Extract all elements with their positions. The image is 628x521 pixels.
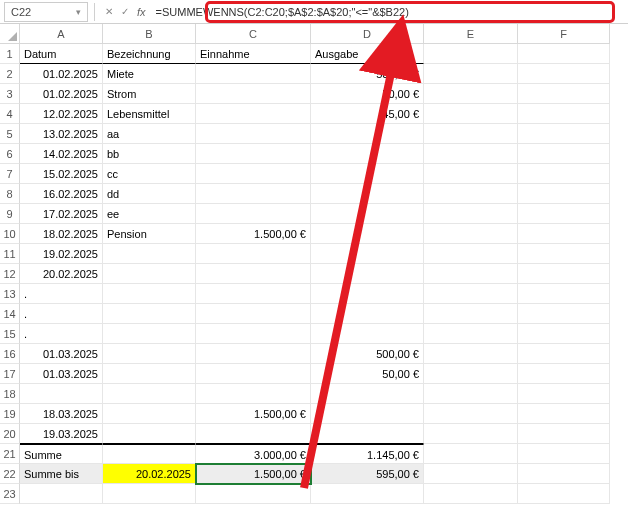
cell[interactable] <box>311 424 424 444</box>
cell[interactable] <box>518 164 610 184</box>
cell[interactable] <box>311 324 424 344</box>
cell[interactable] <box>311 164 424 184</box>
cell[interactable] <box>196 304 311 324</box>
select-all-corner[interactable] <box>0 24 20 44</box>
cell[interactable] <box>518 264 610 284</box>
row-header-15[interactable]: 15 <box>0 324 20 344</box>
cell[interactable] <box>20 384 103 404</box>
column-header-B[interactable]: B <box>103 24 196 44</box>
cell[interactable] <box>196 104 311 124</box>
cell[interactable]: 19.02.2025 <box>20 244 103 264</box>
cell[interactable] <box>103 444 196 464</box>
row-header-3[interactable]: 3 <box>0 84 20 104</box>
cell[interactable]: 20.02.2025 <box>20 264 103 284</box>
cell[interactable] <box>103 384 196 404</box>
cell[interactable] <box>311 404 424 424</box>
cell[interactable] <box>196 364 311 384</box>
column-header-C[interactable]: C <box>196 24 311 44</box>
cell[interactable]: Lebensmittel <box>103 104 196 124</box>
row-header-12[interactable]: 12 <box>0 264 20 284</box>
row-header-1[interactable]: 1 <box>0 44 20 64</box>
cell[interactable] <box>424 144 518 164</box>
cell[interactable]: 01.02.2025 <box>20 64 103 84</box>
cell[interactable] <box>518 64 610 84</box>
cell[interactable] <box>424 444 518 464</box>
cell[interactable] <box>424 164 518 184</box>
cell[interactable]: 01.03.2025 <box>20 344 103 364</box>
row-header-16[interactable]: 16 <box>0 344 20 364</box>
cell[interactable] <box>103 244 196 264</box>
row-header-21[interactable]: 21 <box>0 444 20 464</box>
cell[interactable] <box>311 244 424 264</box>
summe-c[interactable]: 3.000,00 € <box>196 444 311 464</box>
cell[interactable] <box>196 324 311 344</box>
cell[interactable] <box>196 164 311 184</box>
summebis-label[interactable]: Summe bis <box>20 464 103 484</box>
cell[interactable] <box>424 324 518 344</box>
row-header-17[interactable]: 17 <box>0 364 20 384</box>
cell[interactable] <box>424 244 518 264</box>
cell[interactable] <box>196 204 311 224</box>
cell[interactable] <box>196 64 311 84</box>
cell[interactable] <box>424 44 518 64</box>
cell[interactable]: dd <box>103 184 196 204</box>
cell[interactable] <box>311 204 424 224</box>
cell[interactable]: 50,00 € <box>311 364 424 384</box>
cell[interactable] <box>518 324 610 344</box>
row-header-9[interactable]: 9 <box>0 204 20 224</box>
cell[interactable] <box>311 124 424 144</box>
cell[interactable] <box>311 304 424 324</box>
cell[interactable] <box>311 484 424 504</box>
cell[interactable]: 01.02.2025 <box>20 84 103 104</box>
header-cell[interactable]: Bezeichnung <box>103 44 196 64</box>
cell[interactable]: Strom <box>103 84 196 104</box>
cell[interactable] <box>196 344 311 364</box>
row-header-8[interactable]: 8 <box>0 184 20 204</box>
row-header-7[interactable]: 7 <box>0 164 20 184</box>
cell[interactable] <box>518 44 610 64</box>
column-header-E[interactable]: E <box>424 24 518 44</box>
row-header-19[interactable]: 19 <box>0 404 20 424</box>
cell[interactable]: 17.02.2025 <box>20 204 103 224</box>
cell[interactable] <box>518 104 610 124</box>
summebis-date[interactable]: 20.02.2025 <box>103 464 196 484</box>
row-header-10[interactable]: 10 <box>0 224 20 244</box>
summebis-d[interactable]: 595,00 € <box>311 464 424 484</box>
row-header-23[interactable]: 23 <box>0 484 20 504</box>
summe-d[interactable]: 1.145,00 € <box>311 444 424 464</box>
name-box[interactable]: C22 ▾ <box>4 2 88 22</box>
cell[interactable] <box>424 364 518 384</box>
cell[interactable] <box>518 344 610 364</box>
cell[interactable] <box>424 284 518 304</box>
row-header-14[interactable]: 14 <box>0 304 20 324</box>
cell[interactable] <box>311 144 424 164</box>
cell[interactable]: Pension <box>103 224 196 244</box>
cell[interactable] <box>424 264 518 284</box>
cell[interactable]: 15.02.2025 <box>20 164 103 184</box>
confirm-icon[interactable]: ✓ <box>117 3 133 21</box>
cell[interactable]: Miete <box>103 64 196 84</box>
cell[interactable] <box>196 484 311 504</box>
cell[interactable] <box>196 384 311 404</box>
cell[interactable]: 50,00 € <box>311 84 424 104</box>
active-cell-c22[interactable]: 1.500,00 € <box>196 464 311 484</box>
cell[interactable] <box>311 384 424 404</box>
cell[interactable] <box>518 204 610 224</box>
cell[interactable]: bb <box>103 144 196 164</box>
cell[interactable] <box>196 184 311 204</box>
fx-icon[interactable]: fx <box>137 6 146 18</box>
cell[interactable] <box>424 424 518 444</box>
row-header-18[interactable]: 18 <box>0 384 20 404</box>
cell[interactable] <box>424 84 518 104</box>
header-cell[interactable]: Ausgabe <box>311 44 424 64</box>
cell[interactable] <box>518 224 610 244</box>
cell[interactable] <box>103 404 196 424</box>
cell[interactable] <box>424 204 518 224</box>
cell[interactable] <box>518 144 610 164</box>
cell[interactable]: 14.02.2025 <box>20 144 103 164</box>
cell[interactable]: 16.02.2025 <box>20 184 103 204</box>
column-header-D[interactable]: D <box>311 24 424 44</box>
cell[interactable] <box>196 264 311 284</box>
cell[interactable] <box>20 484 103 504</box>
cell[interactable] <box>424 484 518 504</box>
